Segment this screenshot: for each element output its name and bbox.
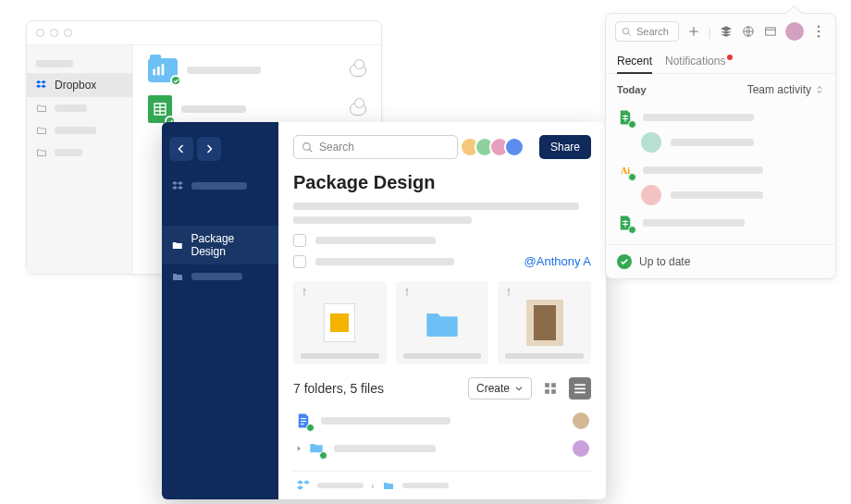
file-row[interactable] xyxy=(148,95,366,123)
avatar[interactable] xyxy=(785,22,804,41)
svg-rect-0 xyxy=(153,69,155,76)
nav-back-button[interactable] xyxy=(169,137,193,161)
dropbox-main-window: Package Design Search Share Package Desi… xyxy=(162,122,606,499)
file-row[interactable] xyxy=(148,58,366,82)
svg-rect-5 xyxy=(551,383,556,387)
team-activity-toggle[interactable]: Team activity xyxy=(747,83,824,96)
view-grid-button[interactable] xyxy=(539,377,561,400)
task-row[interactable] xyxy=(293,234,591,247)
traffic-zoom-icon[interactable] xyxy=(64,29,72,37)
activity-subitem[interactable] xyxy=(617,132,824,153)
sidebar-root-dropbox[interactable] xyxy=(162,174,278,198)
search-placeholder: Search xyxy=(319,141,354,154)
preview-tile[interactable] xyxy=(498,281,591,364)
collaborator-avatars[interactable] xyxy=(465,137,524,157)
add-button[interactable] xyxy=(686,24,701,39)
svg-rect-11 xyxy=(301,418,306,419)
sidebar-item[interactable] xyxy=(162,264,278,289)
svg-point-14 xyxy=(623,28,628,33)
folder-icon[interactable] xyxy=(382,480,395,491)
avatar[interactable] xyxy=(573,412,589,429)
sidebar-item[interactable] xyxy=(27,119,132,141)
tab-notifications[interactable]: Notifications xyxy=(665,49,733,73)
activity-subitem[interactable] xyxy=(617,185,824,205)
cloud-icon[interactable] xyxy=(350,64,366,77)
panel-search-input[interactable]: Search xyxy=(615,21,679,42)
checkbox[interactable] xyxy=(293,234,306,247)
create-button[interactable]: Create xyxy=(468,377,532,400)
view-list-button[interactable] xyxy=(569,377,591,400)
traffic-close-icon[interactable] xyxy=(36,29,44,37)
preview-tile[interactable] xyxy=(293,281,387,364)
folder-icon xyxy=(171,271,184,282)
svg-rect-4 xyxy=(545,383,549,387)
disclosure-icon[interactable] xyxy=(295,445,302,452)
sidebar-item[interactable] xyxy=(27,97,132,119)
doc-icon xyxy=(295,412,312,429)
svg-rect-16 xyxy=(766,28,776,35)
file-row[interactable] xyxy=(293,435,591,462)
activity-panel: Search | Recent Notifications Today Team… xyxy=(605,13,836,279)
window-titlebar xyxy=(27,21,381,45)
share-button[interactable]: Share xyxy=(539,135,591,159)
dropbox-icon xyxy=(36,80,47,91)
dropbox-icon[interactable] xyxy=(297,479,310,492)
preview-tile[interactable] xyxy=(396,281,489,364)
svg-rect-1 xyxy=(157,67,160,75)
layers-icon[interactable] xyxy=(719,24,734,39)
tab-recent[interactable]: Recent xyxy=(617,49,652,73)
finder-sidebar: Dropbox xyxy=(27,45,133,274)
globe-icon[interactable] xyxy=(741,24,756,39)
folder-icon xyxy=(308,440,325,457)
svg-rect-2 xyxy=(162,64,165,75)
avatar xyxy=(641,185,661,205)
sheets-icon xyxy=(617,109,634,126)
sort-icon xyxy=(815,84,824,95)
svg-rect-9 xyxy=(574,387,586,389)
more-icon[interactable] xyxy=(811,24,826,39)
sidebar-item-package-design[interactable]: Package Design xyxy=(162,226,278,264)
chevron-down-icon xyxy=(514,384,524,393)
preview-tiles xyxy=(293,281,591,364)
folder-icon xyxy=(148,58,178,82)
checkbox[interactable] xyxy=(293,255,306,268)
activity-item[interactable] xyxy=(617,211,824,235)
folder-icon xyxy=(420,304,464,341)
mention-link[interactable]: @Anthony A xyxy=(524,254,591,268)
page-title: Package Design xyxy=(293,172,591,193)
avatar[interactable] xyxy=(573,440,589,457)
slides-icon xyxy=(324,303,355,342)
sidebar-item[interactable] xyxy=(27,55,132,73)
activity-item[interactable] xyxy=(617,105,824,129)
svg-rect-8 xyxy=(574,384,586,386)
folder-counts: 7 folders, 5 files xyxy=(293,381,384,396)
check-icon xyxy=(617,254,632,269)
svg-point-17 xyxy=(818,25,820,28)
notification-dot-icon xyxy=(727,55,733,60)
folder-icon xyxy=(36,103,47,114)
nav-forward-button[interactable] xyxy=(197,137,221,161)
ai-file-icon: Ai xyxy=(617,162,634,178)
file-thumbnail xyxy=(526,300,563,346)
search-input[interactable]: Search xyxy=(293,135,458,159)
cloud-icon[interactable] xyxy=(350,103,366,116)
task-row[interactable]: @Anthony A xyxy=(293,254,591,268)
svg-point-19 xyxy=(818,35,820,38)
file-row[interactable] xyxy=(293,407,591,435)
window-icon[interactable] xyxy=(763,24,778,39)
sidebar-item-dropbox[interactable]: Dropbox xyxy=(27,73,132,97)
list-icon xyxy=(574,382,586,395)
pin-icon xyxy=(503,287,514,298)
sheets-icon xyxy=(148,95,172,123)
breadcrumb: › xyxy=(293,471,591,499)
avatar[interactable] xyxy=(504,137,524,157)
sidebar-label: Package Design xyxy=(191,232,269,258)
today-label: Today xyxy=(617,84,647,95)
svg-rect-13 xyxy=(301,424,304,424)
folder-icon xyxy=(36,147,47,158)
traffic-minimize-icon[interactable] xyxy=(50,29,58,37)
activity-item[interactable]: Ai xyxy=(617,158,824,182)
folder-icon xyxy=(36,125,47,136)
file-list xyxy=(293,407,591,462)
sidebar-item[interactable] xyxy=(27,141,132,164)
